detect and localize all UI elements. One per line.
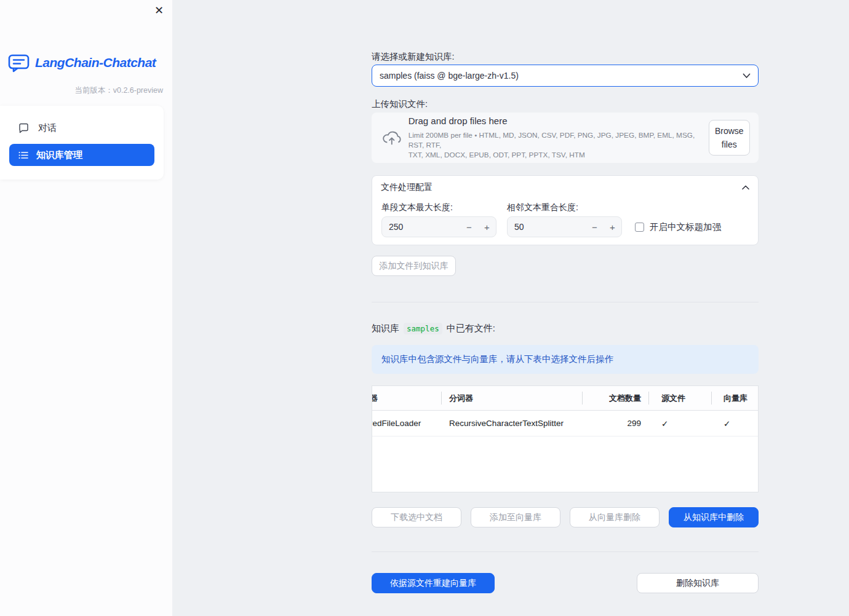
file-actions-row: 下载选中文档 添加至向量库 从向量库删除 从知识库中删除: [372, 507, 759, 527]
main-content: 请选择或新建知识库: samples (faiss @ bge-large-zh…: [372, 0, 759, 616]
rebuild-vector-store-button[interactable]: 依据源文件重建向量库: [372, 573, 495, 593]
zh-title-enhance-checkbox[interactable]: 开启中文标题加强: [635, 216, 721, 237]
upload-label: 上传知识文件:: [372, 98, 428, 110]
checkbox-box[interactable]: [635, 223, 644, 232]
expander-title: 文件处理配置: [381, 182, 432, 193]
chunk-size-input[interactable]: 250 − +: [381, 216, 496, 237]
file-dropzone[interactable]: Drag and drop files here Limit 200MB per…: [372, 113, 759, 163]
chunk-size-label: 单段文本最大长度:: [381, 202, 453, 213]
col-header-loader[interactable]: 器: [372, 386, 442, 410]
chevron-up-icon: [742, 185, 749, 190]
checkbox-label: 开启中文标题加强: [650, 221, 721, 233]
overlap-label: 相邻文本重合长度:: [507, 202, 578, 213]
chunk-size-value: 250: [382, 222, 460, 232]
logo-chat-icon: [8, 53, 30, 73]
chunk-decrement-button[interactable]: −: [460, 222, 478, 232]
cell-loader: redFileLoader: [372, 411, 442, 436]
logo-text: LangChain-Chatchat: [35, 55, 156, 70]
menu-item-label: 对话: [38, 122, 57, 134]
kb-name-code: samples: [404, 323, 442, 334]
table-row[interactable]: redFileLoader RecursiveCharacterTextSpli…: [372, 411, 758, 436]
sidebar-item-dialogue[interactable]: 对话: [0, 114, 164, 141]
app-window: ✕ LangChain-Chatchat 当前版本：v0.2.6-preview…: [0, 0, 849, 616]
dropzone-limit-line1: Limit 200MB per file • HTML, MD, JSON, C…: [409, 130, 709, 150]
dropzone-limit-line2: TXT, XML, DOCX, EPUB, ODT, PPT, PPTX, TS…: [409, 150, 709, 160]
divider: [372, 302, 759, 302]
browse-files-button[interactable]: Browse files: [709, 120, 751, 156]
upload-cloud-icon: [381, 128, 402, 147]
col-header-doc-count[interactable]: 文档数量: [583, 386, 649, 410]
table-header-row: 器 分词器 文档数量 源文件 向量库: [372, 386, 758, 411]
overlap-increment-button[interactable]: +: [604, 222, 621, 232]
kb-selectbox[interactable]: samples (faiss @ bge-large-zh-v1.5): [372, 65, 759, 87]
sidebar-menu: 对话 知识库管理: [0, 106, 164, 180]
kb-files-prefix: 知识库: [372, 323, 399, 334]
files-table: 器 分词器 文档数量 源文件 向量库 redFileLoader Recursi…: [372, 385, 759, 492]
file-config-expander-header[interactable]: 文件处理配置: [372, 176, 758, 199]
chevron-down-icon[interactable]: [743, 73, 751, 79]
overlap-input[interactable]: 50 − +: [507, 216, 622, 237]
cell-splitter: RecursiveCharacterTextSplitter: [442, 411, 583, 436]
version-label: 当前版本：v0.2.6-preview: [74, 85, 163, 96]
info-alert: 知识库中包含源文件与向量库，请从下表中选择文件后操作: [372, 345, 759, 374]
delete-kb-button[interactable]: 删除知识库: [637, 573, 759, 593]
divider: [372, 551, 759, 552]
dropzone-title: Drag and drop files here: [409, 116, 709, 126]
download-selected-button[interactable]: 下载选中文档: [372, 507, 461, 527]
chat-bubble-icon: [18, 123, 29, 133]
kb-select-label: 请选择或新建知识库:: [372, 51, 455, 63]
kb-files-suffix: 中已有文件:: [447, 323, 495, 334]
cell-doc-count: 299: [583, 411, 649, 436]
kb-files-heading: 知识库 samples 中已有文件:: [372, 323, 495, 334]
cell-source-check: ✓: [649, 411, 712, 436]
col-header-vector-store[interactable]: 向量库: [712, 386, 758, 410]
menu-item-label: 知识库管理: [36, 149, 82, 161]
col-header-splitter[interactable]: 分词器: [442, 386, 583, 410]
add-files-to-kb-button[interactable]: 添加文件到知识库: [372, 256, 456, 276]
cell-vector-check: ✓: [712, 411, 758, 436]
col-header-source-file[interactable]: 源文件: [649, 386, 712, 410]
sidebar: ✕ LangChain-Chatchat 当前版本：v0.2.6-preview…: [0, 0, 172, 616]
chunk-increment-button[interactable]: +: [478, 222, 496, 232]
add-to-vector-store-button[interactable]: 添加至向量库: [471, 507, 560, 527]
kb-selectbox-value: samples (faiss @ bge-large-zh-v1.5): [380, 71, 519, 81]
info-text: 知识库中包含源文件与向量库，请从下表中选择文件后操作: [381, 353, 613, 365]
overlap-decrement-button[interactable]: −: [586, 222, 604, 232]
dropzone-text: Drag and drop files here Limit 200MB per…: [409, 116, 709, 160]
file-config-expander: 文件处理配置 单段文本最大长度: 相邻文本重合长度: 250 − + 50 − …: [372, 175, 759, 245]
list-icon: [18, 151, 28, 160]
close-sidebar-icon[interactable]: ✕: [154, 4, 164, 17]
dropzone-limit: Limit 200MB per file • HTML, MD, JSON, C…: [409, 130, 709, 160]
delete-from-vector-store-button[interactable]: 从向量库删除: [570, 507, 660, 527]
delete-from-kb-button[interactable]: 从知识库中删除: [669, 507, 759, 527]
app-logo: LangChain-Chatchat: [8, 53, 164, 73]
overlap-value: 50: [508, 222, 586, 232]
sidebar-item-knowledge-base[interactable]: 知识库管理: [9, 144, 154, 166]
